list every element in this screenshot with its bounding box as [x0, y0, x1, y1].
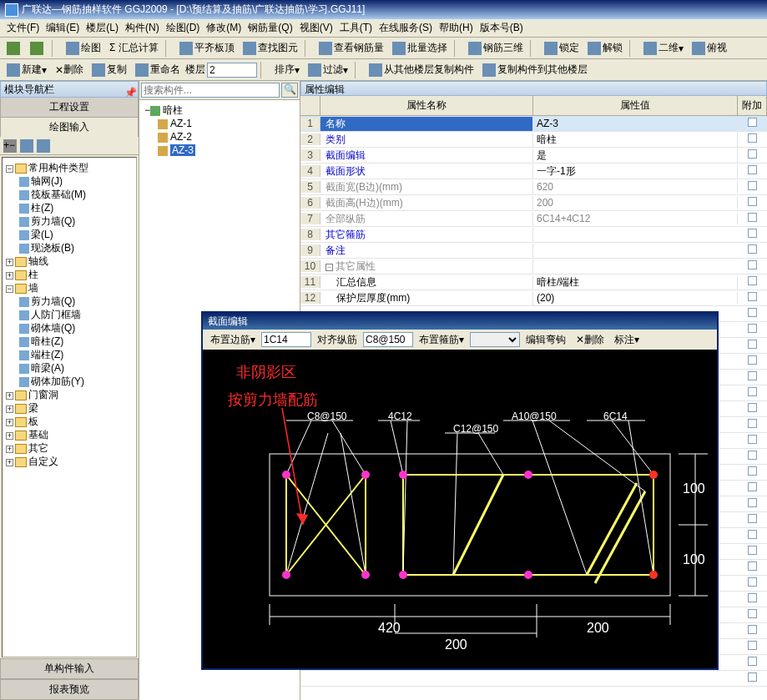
checkbox[interactable] [748, 387, 757, 396]
batch-button[interactable]: 批量选择 [389, 39, 451, 57]
tree-group[interactable]: 自定义 [28, 456, 58, 467]
toggle-icon[interactable]: + [6, 405, 13, 413]
component-tree[interactable]: −暗柱 AZ-1 AZ-2 AZ-3 [139, 100, 300, 160]
tree-group[interactable]: 板 [28, 415, 38, 427]
tree-group[interactable]: 轴线 [28, 255, 48, 267]
tree-item[interactable]: 人防门框墙 [31, 309, 81, 320]
checkbox[interactable] [748, 340, 757, 349]
viewrebar-button[interactable]: 查看钢筋量 [315, 39, 387, 57]
tree-item[interactable]: 剪力墙(Q) [31, 295, 75, 307]
ctree-root[interactable]: 暗柱 [163, 104, 183, 116]
tree-item[interactable]: 砌体加筋(Y) [31, 375, 84, 387]
checkbox[interactable] [748, 657, 757, 666]
component-type-tree[interactable]: −常用构件类型 轴网(J) 筏板基础(M) 柱(Z) 剪力墙(Q) 梁(L) 现… [2, 157, 137, 657]
checkbox[interactable] [748, 625, 757, 634]
toggle-icon[interactable]: + [6, 392, 13, 400]
checkbox[interactable] [748, 324, 757, 333]
property-row[interactable]: 7全部纵筋6C14+4C12 [300, 211, 767, 227]
tree-item[interactable]: 砌体墙(Q) [31, 322, 75, 334]
toggle-icon[interactable]: − [144, 104, 150, 116]
menu-view[interactable]: 视图(V) [296, 19, 336, 37]
menu-rebar[interactable]: 钢筋量(Q) [245, 19, 295, 37]
checkbox[interactable] [748, 530, 757, 539]
tree-group[interactable]: 墙 [28, 282, 38, 294]
checkbox[interactable] [748, 466, 757, 476]
checkbox[interactable] [748, 133, 757, 143]
nav-back[interactable] [3, 40, 25, 57]
toggle-icon[interactable]: − [6, 165, 13, 173]
search-input[interactable] [141, 83, 280, 98]
menu-edit[interactable]: 编辑(E) [43, 19, 83, 37]
checkbox[interactable] [748, 403, 757, 412]
property-row[interactable]: 4截面形状一字-1形 [300, 164, 767, 179]
annotate-button[interactable]: 标注▾ [610, 330, 643, 350]
property-row[interactable]: 12 保护层厚度(mm)(20) [300, 290, 767, 306]
copyfrom-button[interactable]: 从其他楼层复制构件 [366, 61, 477, 78]
pers-button[interactable]: 俯视 [689, 39, 730, 57]
property-row[interactable]: 8其它箍筋 [300, 227, 767, 243]
menu-draw[interactable]: 绘图(D) [163, 19, 204, 37]
checkbox[interactable] [748, 371, 757, 380]
vert-rebar-input[interactable] [363, 332, 413, 347]
copyto-button[interactable]: 复制构件到其他楼层 [479, 61, 591, 78]
checkbox[interactable] [748, 276, 757, 285]
tree-item[interactable]: 剪力墙(Q) [31, 215, 75, 227]
tree-item[interactable]: 现浇板(B) [31, 242, 74, 254]
search-button[interactable]: 🔍 [281, 83, 298, 98]
menu-floor[interactable]: 楼层(L) [83, 19, 122, 37]
pin-icon[interactable]: 📌 [124, 84, 134, 94]
checkbox[interactable] [748, 118, 757, 127]
find-button[interactable]: 查找图元 [240, 39, 301, 57]
tree-group[interactable]: 梁 [28, 402, 38, 414]
tree-group[interactable]: 柱 [28, 269, 38, 280]
delete-button[interactable]: ✕ 删除 [52, 61, 87, 78]
tree-item[interactable]: 端柱(Z) [31, 349, 63, 360]
section-editor-window[interactable]: 截面编辑 布置边筋▾ 对齐纵筋 布置箍筋▾ 编辑弯钩 ✕删除 标注▾ 非阴影区 … [201, 311, 719, 670]
checkbox[interactable] [748, 593, 757, 602]
tab-single-input[interactable]: 单构件输入 [0, 658, 139, 679]
rename-button[interactable]: 重命名 [132, 61, 184, 78]
checkbox[interactable] [748, 165, 757, 174]
tree-group[interactable]: 其它 [28, 442, 48, 454]
hoop-select[interactable] [470, 332, 520, 347]
section-canvas[interactable]: 非阴影区 按剪力墙配筋 [203, 350, 717, 668]
section-title[interactable]: 截面编辑 [203, 313, 717, 330]
new-button[interactable]: 新建▾ [3, 61, 50, 78]
del-button[interactable]: ✕删除 [572, 330, 608, 350]
checkbox[interactable] [748, 451, 757, 460]
checkbox[interactable] [748, 308, 757, 317]
filter-button[interactable]: 过滤▾ [305, 61, 351, 78]
menu-tool[interactable]: 工具(T) [336, 19, 376, 37]
checkbox[interactable] [748, 609, 757, 618]
menu-help[interactable]: 帮助(H) [436, 19, 477, 37]
checkbox[interactable] [748, 213, 757, 222]
vert-rebar-button[interactable]: 对齐纵筋 [313, 330, 361, 350]
expand-icon[interactable]: +− [3, 139, 17, 153]
checkbox[interactable] [748, 498, 757, 507]
flat-button[interactable]: 平齐板顶 [176, 39, 238, 57]
property-row[interactable]: 9备注 [300, 243, 767, 259]
tree-item[interactable]: 筏板基础(M) [31, 189, 86, 200]
checkbox[interactable] [748, 577, 757, 587]
toggle-icon[interactable]: + [6, 446, 13, 453]
tab-draw-input[interactable]: 绘图输入 [0, 118, 139, 137]
tree-group[interactable]: 门窗洞 [28, 389, 58, 400]
toggle-icon[interactable]: + [6, 272, 13, 279]
menu-component[interactable]: 构件(N) [122, 19, 163, 37]
toggle-icon[interactable]: − [6, 285, 13, 293]
floor-input[interactable] [207, 63, 257, 78]
hoop-button[interactable]: 布置箍筋▾ [415, 330, 468, 350]
property-row[interactable]: 3截面编辑是 [300, 148, 767, 164]
property-row[interactable]: 5截面宽(B边)(mm)620 [300, 179, 767, 195]
tree-item[interactable]: 轴网(J) [31, 175, 63, 187]
checkbox[interactable] [748, 197, 757, 206]
list-icon[interactable] [37, 139, 50, 153]
menu-file[interactable]: 文件(F) [3, 19, 43, 37]
toggle-icon[interactable]: + [6, 419, 13, 426]
tree-group[interactable]: 基础 [28, 429, 48, 441]
tree-item[interactable]: 柱(Z) [31, 202, 53, 214]
menu-online[interactable]: 在线服务(S) [376, 19, 436, 37]
tree-item[interactable]: 梁(L) [31, 229, 53, 240]
checkbox[interactable] [748, 482, 757, 491]
2d-button[interactable]: 二维▾ [640, 39, 687, 57]
